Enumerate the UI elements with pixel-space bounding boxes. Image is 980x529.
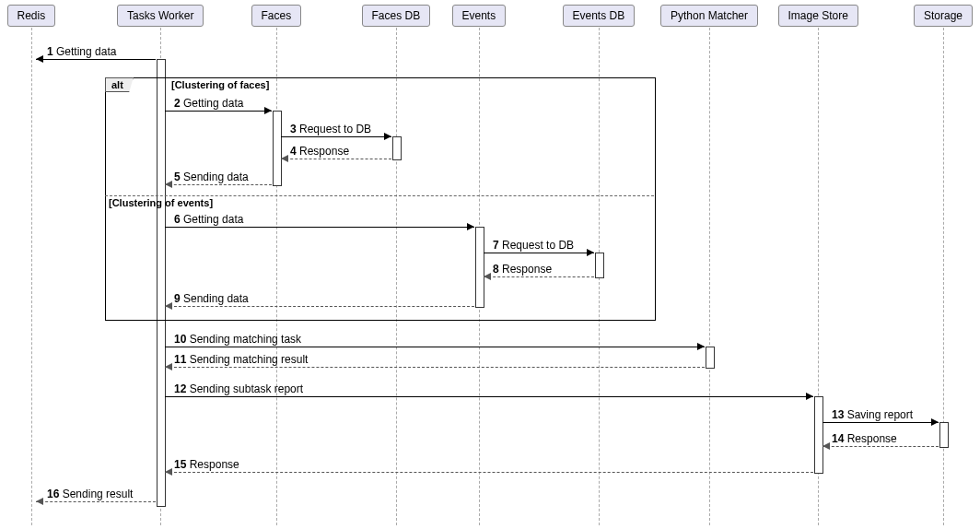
message-arrow-4 bbox=[281, 155, 288, 162]
message-label-16: 16 Sending result bbox=[47, 488, 133, 500]
message-arrow-7 bbox=[587, 249, 594, 256]
message-arrow-12 bbox=[806, 393, 813, 400]
alt-divider bbox=[105, 195, 654, 196]
message-label-10: 10 Sending matching task bbox=[174, 333, 301, 346]
message-label-6: 6 Getting data bbox=[174, 213, 243, 226]
message-line-3 bbox=[281, 136, 391, 137]
message-label-1: 1 Getting data bbox=[47, 45, 116, 58]
message-line-4 bbox=[281, 159, 391, 159]
message-arrow-2 bbox=[264, 107, 272, 114]
participant-matcher: Python Matcher bbox=[660, 5, 758, 27]
message-arrow-14 bbox=[822, 442, 830, 450]
message-label-15: 15 Response bbox=[174, 458, 239, 471]
lifeline-redis bbox=[31, 28, 32, 525]
lifeline-matcher bbox=[709, 28, 710, 525]
message-line-11 bbox=[165, 367, 705, 368]
message-label-11: 11 Sending matching result bbox=[174, 353, 308, 366]
message-arrow-11 bbox=[165, 363, 172, 370]
message-arrow-13 bbox=[931, 418, 939, 426]
message-label-9: 9 Sending data bbox=[174, 292, 249, 305]
message-line-1 bbox=[36, 59, 156, 60]
message-line-13 bbox=[822, 422, 939, 423]
message-arrow-16 bbox=[36, 498, 43, 505]
participant-worker: Tasks Worker bbox=[117, 5, 204, 27]
message-label-2: 2 Getting data bbox=[174, 97, 243, 110]
participant-faces: Faces bbox=[251, 5, 302, 27]
message-line-15 bbox=[165, 472, 813, 473]
message-arrow-5 bbox=[165, 181, 172, 188]
participant-imgstore: Image Store bbox=[778, 5, 858, 27]
message-line-7 bbox=[484, 253, 594, 253]
participant-redis: Redis bbox=[7, 5, 56, 27]
message-line-8 bbox=[484, 276, 594, 277]
message-label-7: 7 Request to DB bbox=[493, 239, 574, 252]
message-arrow-8 bbox=[484, 273, 491, 280]
message-line-12 bbox=[165, 396, 813, 397]
message-line-5 bbox=[165, 184, 272, 185]
message-label-3: 3 Request to DB bbox=[290, 123, 371, 135]
message-label-8: 8 Response bbox=[493, 263, 552, 276]
activation-matcher bbox=[706, 347, 715, 369]
message-arrow-6 bbox=[467, 223, 474, 230]
message-label-5: 5 Sending data bbox=[174, 170, 249, 183]
alt-condition-1: [Clustering of faces] bbox=[171, 79, 269, 90]
message-line-10 bbox=[165, 347, 705, 347]
activation-imgstore bbox=[814, 396, 823, 474]
message-label-12: 12 Sending subtask report bbox=[174, 382, 303, 395]
message-arrow-9 bbox=[165, 302, 172, 310]
participant-facesdb: Faces DB bbox=[362, 5, 431, 27]
message-line-6 bbox=[165, 227, 474, 228]
participant-storage: Storage bbox=[914, 5, 973, 27]
lifeline-storage bbox=[943, 28, 944, 525]
message-line-16 bbox=[36, 501, 156, 502]
message-label-13: 13 Saving report bbox=[832, 408, 913, 421]
message-line-9 bbox=[165, 306, 474, 307]
alt-condition-2: [Clustering of events] bbox=[109, 197, 213, 208]
alt-tag: alt bbox=[105, 77, 134, 92]
participant-events: Events bbox=[452, 5, 507, 27]
message-line-2 bbox=[165, 111, 272, 112]
message-arrow-10 bbox=[697, 343, 705, 350]
message-label-4: 4 Response bbox=[290, 145, 349, 158]
activation-storage bbox=[939, 422, 949, 448]
participant-eventsdb: Events DB bbox=[563, 5, 636, 27]
message-arrow-3 bbox=[384, 133, 391, 140]
message-arrow-15 bbox=[165, 468, 172, 476]
message-label-14: 14 Response bbox=[832, 432, 897, 445]
message-arrow-1 bbox=[36, 55, 43, 63]
message-line-14 bbox=[822, 446, 939, 447]
